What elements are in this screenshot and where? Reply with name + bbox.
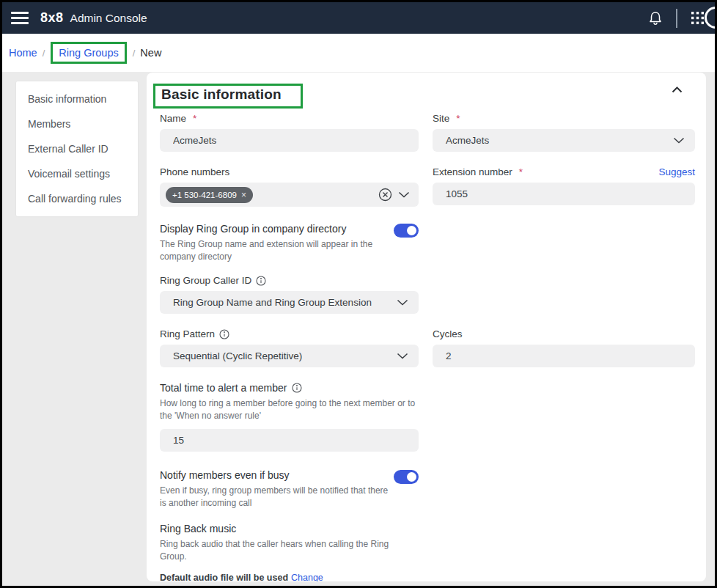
- name-label: Name*: [160, 113, 196, 124]
- chevron-down-icon: [673, 137, 685, 144]
- total-time-label: Total time to alert a member: [160, 382, 302, 394]
- caller-id-label: Ring Group Caller ID: [160, 275, 266, 286]
- sidebar-item-external-caller-id[interactable]: External Caller ID: [16, 136, 138, 161]
- notify-busy-label: Notify members even if busy: [160, 469, 389, 481]
- collapse-section-chevron-up-icon[interactable]: [672, 87, 683, 93]
- suggest-link[interactable]: Suggest: [658, 166, 695, 177]
- settings-sidebar: Basic information Members External Calle…: [16, 81, 138, 216]
- notify-busy-description: Even if busy, ring group members will be…: [160, 485, 389, 510]
- chevron-down-icon: [397, 353, 408, 359]
- ring-back-status: Default audio file will be usedChange: [160, 573, 419, 581]
- ring-back-description: Ring back audio that the caller hears wh…: [160, 538, 418, 563]
- phone-numbers-field[interactable]: +1 530-421-6809 ×: [160, 183, 419, 207]
- topbar-divider: [676, 9, 677, 28]
- sidebar-item-voicemail-settings[interactable]: Voicemail settings: [16, 161, 138, 186]
- user-avatar[interactable]: [705, 7, 717, 29]
- display-directory-toggle[interactable]: [394, 224, 419, 238]
- site-label: Site*: [433, 113, 460, 124]
- top-bar: 8x8 Admin Console: [2, 2, 715, 34]
- notify-busy-toggle[interactable]: [394, 470, 419, 484]
- cycles-label: Cycles: [433, 328, 463, 339]
- info-icon[interactable]: [256, 276, 266, 286]
- extension-number-input[interactable]: [433, 183, 695, 205]
- ring-pattern-label: Ring Pattern: [160, 328, 229, 339]
- breadcrumb-home[interactable]: Home: [9, 47, 37, 59]
- app-window: 8x8 Admin Console Home / R: [0, 0, 717, 588]
- extension-number-label: Extension number*: [433, 166, 523, 177]
- breadcrumb-highlight-box: Ring Groups: [51, 42, 126, 64]
- section-title: Basic information: [161, 87, 282, 102]
- change-link[interactable]: Change: [291, 573, 323, 581]
- ring-pattern-select[interactable]: Sequential (Cyclic Repetitive): [160, 345, 419, 367]
- caller-id-select[interactable]: Ring Group Name and Ring Group Extension: [160, 291, 419, 314]
- total-time-input[interactable]: [160, 429, 419, 452]
- basic-information-panel: Basic information Name* Site*: [147, 73, 706, 581]
- ring-pattern-select-value: Sequential (Cyclic Repetitive): [173, 350, 302, 361]
- brand: 8x8 Admin Console: [40, 10, 147, 26]
- caller-id-select-value: Ring Group Name and Ring Group Extension: [173, 297, 372, 308]
- breadcrumb-new: New: [140, 47, 161, 59]
- section-title-highlight-box: Basic information: [153, 84, 303, 109]
- ring-back-label: Ring Back music: [160, 523, 419, 534]
- clear-all-icon[interactable]: [378, 188, 392, 202]
- cycles-input[interactable]: [433, 345, 695, 367]
- sidebar-item-members[interactable]: Members: [16, 111, 138, 136]
- info-icon[interactable]: [292, 383, 302, 393]
- site-select[interactable]: AcmeJets: [433, 129, 695, 152]
- display-directory-label: Display Ring Group in company directory: [160, 223, 389, 235]
- breadcrumb-separator: /: [133, 48, 136, 59]
- display-directory-description: The Ring Group name and extension will a…: [160, 238, 389, 263]
- breadcrumb-ring-groups[interactable]: Ring Groups: [59, 47, 118, 59]
- sidebar-item-call-forwarding-rules[interactable]: Call forwarding rules: [16, 186, 138, 211]
- phone-number-chip: +1 530-421-6809 ×: [166, 187, 253, 203]
- name-input[interactable]: [160, 129, 419, 152]
- chevron-down-icon[interactable]: [398, 191, 410, 198]
- remove-phone-chip-icon[interactable]: ×: [241, 190, 246, 200]
- breadcrumb: Home / Ring Groups / New: [2, 34, 715, 72]
- total-time-description: How long to ring a member before going t…: [160, 397, 418, 422]
- chevron-down-icon: [397, 299, 408, 306]
- sidebar-item-basic-information[interactable]: Basic information: [16, 87, 138, 111]
- app-title: Admin Console: [70, 12, 147, 25]
- info-icon[interactable]: [219, 329, 229, 339]
- logo-8x8: 8x8: [40, 10, 64, 26]
- phone-numbers-label: Phone numbers: [160, 166, 229, 177]
- notifications-bell-icon[interactable]: [648, 10, 663, 26]
- hamburger-menu-icon[interactable]: [11, 12, 29, 24]
- apps-grid-icon[interactable]: [691, 11, 705, 25]
- content-area: Basic information Members External Calle…: [2, 72, 715, 586]
- site-select-value: AcmeJets: [446, 135, 489, 146]
- breadcrumb-separator: /: [43, 48, 45, 59]
